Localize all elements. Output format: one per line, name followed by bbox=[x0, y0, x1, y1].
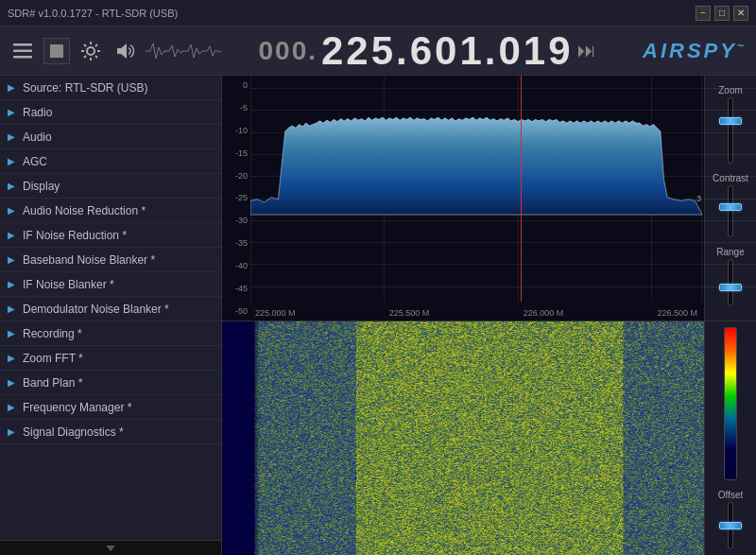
offset-panel: Offset bbox=[704, 321, 756, 555]
freq-main: 225.601.019 bbox=[321, 28, 574, 74]
settings-icon[interactable] bbox=[77, 38, 104, 64]
waterfall-canvas bbox=[222, 321, 756, 555]
sidebar-label-2: Audio bbox=[23, 130, 52, 144]
offset-label: Offset bbox=[718, 490, 744, 500]
sidebar-item-9[interactable]: ▶ Demodulator Noise Blanker * bbox=[0, 297, 221, 321]
sidebar-arrow-7: ▶ bbox=[8, 254, 17, 265]
sidebar-arrow-10: ▶ bbox=[8, 328, 17, 338]
sidebar-list[interactable]: ▶ Source: RTL-SDR (USB) ▶ Radio ▶ Audio … bbox=[0, 76, 221, 540]
range-label: Range bbox=[716, 247, 744, 257]
grid-h-10 bbox=[250, 286, 756, 287]
grid-h-8 bbox=[250, 242, 756, 243]
sidebar-arrow-11: ▶ bbox=[8, 353, 17, 363]
sidebar-item-13[interactable]: ▶ Frequency Manager * bbox=[0, 395, 221, 420]
sidebar-item-14[interactable]: ▶ Signal Diagnostics * bbox=[0, 420, 221, 444]
zoom-label: Zoom bbox=[718, 85, 743, 95]
sidebar-arrow-5: ▶ bbox=[8, 205, 17, 216]
sidebar-arrow-0: ▶ bbox=[8, 82, 17, 93]
sidebar-arrow-3: ▶ bbox=[8, 156, 17, 166]
airspy-logo: AIRSPY~ bbox=[643, 39, 747, 63]
color-scale bbox=[724, 327, 737, 480]
sidebar-label-10: Recording * bbox=[23, 327, 82, 340]
offset-track[interactable] bbox=[728, 502, 733, 549]
spectrum-area[interactable]: 0 -5 -10 -15 -20 -25 -30 -35 -40 -45 -50 bbox=[222, 76, 756, 321]
cursor-line bbox=[521, 76, 522, 302]
x-label-2: 225.500 M bbox=[389, 308, 430, 318]
sidebar-item-2[interactable]: ▶ Audio bbox=[0, 125, 221, 149]
sidebar-label-8: IF Noise Blanker * bbox=[23, 278, 114, 291]
window-title: SDR# v1.0.0.1727 - RTL-SDR (USB) bbox=[8, 8, 178, 19]
sidebar-label-0: Source: RTL-SDR (USB) bbox=[23, 81, 147, 95]
audio-icon[interactable] bbox=[112, 38, 138, 64]
title-bar-buttons: − □ ✕ bbox=[696, 6, 748, 21]
svg-point-4 bbox=[87, 47, 94, 55]
sidebar-item-6[interactable]: ▶ IF Noise Reduction * bbox=[0, 223, 221, 248]
maximize-button[interactable]: □ bbox=[714, 6, 730, 21]
range-track[interactable] bbox=[728, 259, 733, 306]
sidebar-arrow-8: ▶ bbox=[8, 279, 17, 289]
contrast-slider-wrap bbox=[728, 185, 733, 237]
spectrum-chart[interactable] bbox=[250, 76, 702, 229]
waveform-decoration bbox=[146, 36, 221, 66]
sidebar-item-10[interactable]: ▶ Recording * bbox=[0, 321, 221, 346]
sidebar-label-4: Display bbox=[23, 180, 60, 193]
offset-thumb[interactable] bbox=[719, 522, 742, 529]
sidebar-item-12[interactable]: ▶ Band Plan * bbox=[0, 371, 221, 395]
svg-rect-1 bbox=[13, 49, 32, 52]
range-slider-wrap bbox=[728, 259, 733, 306]
range-section: Range bbox=[705, 243, 756, 306]
contrast-track[interactable] bbox=[728, 185, 733, 237]
sidebar-item-5[interactable]: ▶ Audio Noise Reduction * bbox=[0, 199, 221, 223]
contrast-thumb[interactable] bbox=[719, 203, 742, 211]
range-thumb[interactable] bbox=[719, 284, 742, 291]
skip-icon[interactable]: ⏭ bbox=[577, 40, 596, 61]
minimize-button[interactable]: − bbox=[696, 6, 711, 21]
freq-prefix: 000. bbox=[258, 36, 318, 66]
svg-marker-5 bbox=[117, 43, 127, 59]
sidebar-label-12: Band Plan * bbox=[23, 376, 82, 390]
svg-rect-3 bbox=[50, 44, 63, 58]
waterfall-area[interactable]: Offset bbox=[222, 321, 756, 555]
sidebar-label-1: Radio bbox=[23, 106, 52, 119]
sidebar-arrow-12: ▶ bbox=[8, 377, 17, 388]
stop-button[interactable] bbox=[43, 38, 70, 64]
x-label-3: 226.000 M bbox=[524, 308, 564, 318]
svg-rect-2 bbox=[13, 56, 32, 59]
sidebar-arrow-13: ▶ bbox=[8, 402, 17, 412]
grid-h-9 bbox=[250, 264, 756, 265]
sidebar-label-6: IF Noise Reduction * bbox=[23, 229, 127, 242]
sidebar-item-8[interactable]: ▶ IF Noise Blanker * bbox=[0, 272, 221, 297]
sidebar-label-13: Frequency Manager * bbox=[23, 401, 131, 414]
title-bar: SDR# v1.0.0.1727 - RTL-SDR (USB) − □ ✕ bbox=[0, 0, 756, 26]
sidebar-item-1[interactable]: ▶ Radio bbox=[0, 100, 221, 125]
sidebar-item-4[interactable]: ▶ Display bbox=[0, 174, 221, 199]
sidebar-item-7[interactable]: ▶ Baseband Noise Blanker * bbox=[0, 248, 221, 272]
sidebar-item-11[interactable]: ▶ Zoom FFT * bbox=[0, 346, 221, 371]
sidebar-arrow-4: ▶ bbox=[8, 181, 17, 191]
sidebar-label-14: Signal Diagnostics * bbox=[23, 425, 124, 439]
sidebar-label-11: Zoom FFT * bbox=[23, 352, 83, 365]
sidebar-scrollbar[interactable] bbox=[0, 540, 221, 555]
svg-rect-0 bbox=[13, 43, 32, 46]
frequency-display: 000. 225.601.019 ⏭ bbox=[229, 28, 626, 74]
sidebar-label-9: Demodulator Noise Blanker * bbox=[23, 303, 169, 316]
contrast-section: Contrast bbox=[705, 169, 756, 237]
sidebar-item-0[interactable]: ▶ Source: RTL-SDR (USB) bbox=[0, 76, 221, 100]
zoom-thumb[interactable] bbox=[719, 117, 742, 125]
x-axis: 225.000 M 225.500 M 226.000 M 226.500 M bbox=[250, 308, 702, 318]
sidebar-label-5: Audio Noise Reduction * bbox=[23, 204, 146, 217]
close-button[interactable]: ✕ bbox=[733, 6, 748, 21]
contrast-label: Contrast bbox=[713, 173, 748, 183]
sidebar-item-3[interactable]: ▶ AGC bbox=[0, 149, 221, 174]
x-label-4: 226.500 M bbox=[657, 308, 697, 318]
sidebar-label-7: Baseband Noise Blanker * bbox=[23, 253, 155, 267]
y-axis: 0 -5 -10 -15 -20 -25 -30 -35 -40 -45 -50 bbox=[222, 76, 250, 321]
toolbar: 000. 225.601.019 ⏭ AIRSPY~ bbox=[0, 26, 756, 76]
menu-icon[interactable] bbox=[9, 38, 36, 64]
sidebar-arrow-14: ▶ bbox=[8, 426, 17, 437]
sidebar-label-3: AGC bbox=[23, 155, 47, 168]
offset-slider-wrap bbox=[728, 502, 733, 549]
sidebar-arrow-1: ▶ bbox=[8, 107, 17, 117]
zoom-section: Zoom bbox=[705, 81, 756, 164]
sidebar: ▶ Source: RTL-SDR (USB) ▶ Radio ▶ Audio … bbox=[0, 76, 222, 555]
